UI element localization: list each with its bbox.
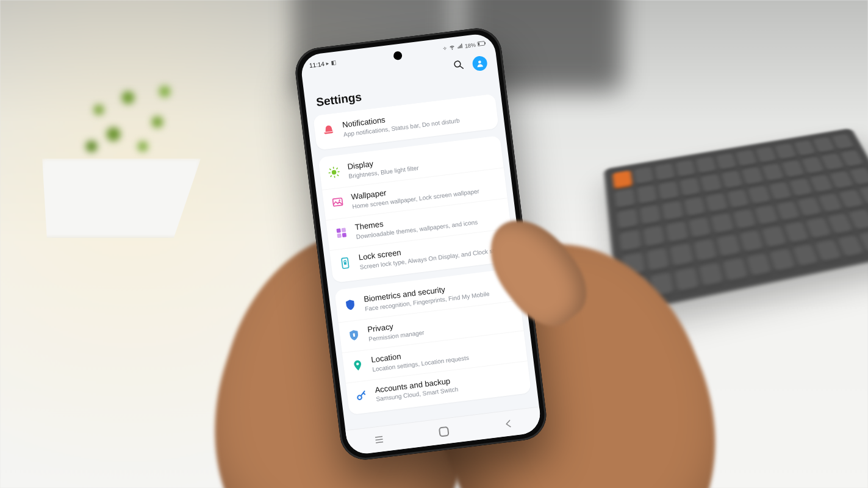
wifi-icon [448,44,455,52]
status-app-icon: ◧ [331,59,337,66]
settings-group: DisplayBrightness, Blue light filterWall… [318,135,515,283]
svg-line-4 [460,66,463,69]
themes-icon [334,225,350,240]
svg-line-27 [375,436,382,437]
svg-rect-20 [342,232,346,237]
svg-rect-22 [344,262,347,265]
svg-rect-19 [337,233,341,237]
svg-line-13 [331,176,331,176]
svg-line-12 [337,175,338,176]
vibrate-icon: ✧ [442,45,448,52]
privacy-icon [346,328,362,343]
signal-icon [456,43,463,51]
search-icon[interactable] [453,59,465,73]
notifications-icon [321,123,337,138]
shield-icon [343,297,358,312]
svg-rect-18 [342,228,346,232]
svg-rect-24 [353,334,355,337]
svg-line-11 [330,169,331,170]
plant-pot-decor [31,159,201,238]
svg-line-14 [337,168,337,168]
recents-button[interactable] [367,432,392,447]
lock-screen-icon [338,256,353,271]
svg-point-16 [339,199,340,201]
home-button[interactable] [431,425,457,438]
battery-icon [477,41,486,48]
status-app-icon: ▸ [326,60,329,66]
back-button[interactable] [496,417,522,431]
svg-point-5 [478,60,481,63]
location-icon [350,357,365,373]
wallpaper-icon [330,195,345,210]
svg-rect-17 [336,228,340,232]
svg-line-28 [376,439,383,439]
key-icon [354,388,369,403]
svg-rect-15 [332,198,342,206]
status-time: 11:14 [309,60,325,69]
svg-rect-2 [478,43,480,46]
settings-group: Biometrics and securityFace recognition,… [334,268,531,415]
display-icon [326,165,342,180]
profile-avatar[interactable] [472,56,488,72]
battery-text: 18% [464,42,476,49]
svg-point-6 [331,170,336,174]
svg-line-29 [376,442,383,442]
